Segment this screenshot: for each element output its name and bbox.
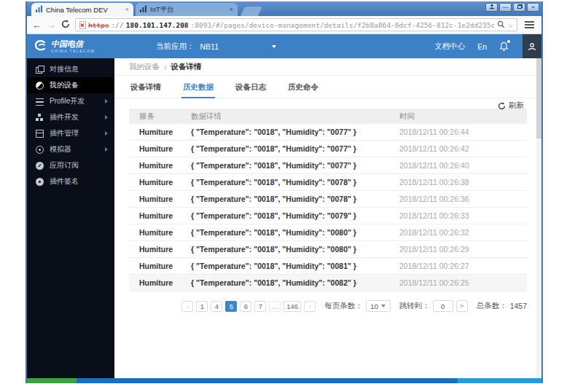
tab-history-data[interactable]: 历史数据 — [181, 77, 215, 98]
browser-tab-china-telecom-dev[interactable]: China Telecom DEV × — [31, 3, 133, 16]
forward-button[interactable]: → — [47, 20, 56, 30]
new-tab-button[interactable] — [240, 7, 262, 16]
url-bar-icons: ☆ — [497, 20, 513, 30]
page-prev-button[interactable]: ‹ — [181, 301, 193, 312]
close-button[interactable]: × — [527, 3, 539, 12]
minimize-button[interactable]: — — [499, 3, 512, 12]
sidebar-item-label: 插件管理 — [50, 128, 79, 138]
table-row: Humiture{ "Temperature": "0018", "Humidi… — [129, 241, 527, 258]
per-page-select[interactable]: 10 — [366, 300, 391, 312]
user-icon — [528, 42, 536, 51]
sidebar-item[interactable]: ✓应用订阅 — [27, 157, 114, 173]
bottom-strip — [27, 378, 541, 383]
row-service: Humiture — [129, 228, 191, 237]
sidebar-item[interactable]: 模拟器 — [27, 141, 114, 157]
refresh-button[interactable]: 刷新 — [498, 101, 524, 111]
row-time: 2018/12/11 00:26:33 — [399, 211, 527, 220]
row-time: 2018/12/11 00:26:25 — [399, 278, 527, 287]
row-detail: { "Temperature": "0018", "Humidity": "00… — [191, 128, 399, 136]
column-service: 服务 — [129, 111, 191, 122]
url-separator: :// — [111, 21, 124, 29]
sidebar: 对接信息我的设备Profile开发插件开发插件管理模拟器✓应用订阅插件签名 — [27, 58, 114, 378]
page-button[interactable]: 6 — [240, 301, 251, 312]
docking-icon — [36, 66, 44, 74]
bar-chart-favicon-icon — [36, 5, 43, 14]
browser-menu-icon[interactable] — [525, 24, 534, 26]
profile-button[interactable] — [485, 3, 498, 12]
restore-button[interactable] — [513, 3, 525, 12]
tab-title: IoT平台 — [150, 5, 174, 15]
per-page-value: 10 — [370, 302, 378, 310]
chevron-right-icon — [105, 99, 108, 103]
sidebar-item[interactable]: 插件签名 — [27, 173, 114, 189]
page-button[interactable]: 1 — [196, 301, 208, 312]
jump-to-input[interactable] — [433, 300, 453, 312]
row-service: Humiture — [129, 128, 191, 136]
breadcrumb-parent[interactable]: 我的设备 — [129, 62, 160, 72]
chevron-down-icon — [381, 305, 386, 307]
user-menu-button[interactable] — [523, 34, 541, 58]
sidebar-item[interactable]: 对接信息 — [27, 61, 114, 77]
tab-device-logs[interactable]: 设备日志 — [234, 77, 267, 98]
scrollbar[interactable] — [536, 58, 541, 378]
chevron-down-icon — [272, 45, 276, 48]
docs-center-link[interactable]: 文档中心 — [434, 42, 465, 52]
sidebar-item-label: 插件开发 — [50, 112, 79, 122]
row-time: 2018/12/11 00:26:38 — [399, 178, 527, 187]
subscribe-icon: ✓ — [36, 162, 44, 170]
page-next-button[interactable]: › — [304, 301, 316, 312]
row-service: Humiture — [129, 178, 191, 187]
sidebar-item-label: 模拟器 — [50, 144, 71, 154]
tab-close-icon[interactable]: × — [230, 6, 233, 13]
table-row: Humiture{ "Temperature": "0018", "Humidi… — [129, 174, 527, 191]
row-service: Humiture — [129, 262, 191, 270]
browser-tab-iot-platform[interactable]: IoT平台 × — [136, 3, 238, 16]
page-ellipsis: ... — [269, 301, 281, 312]
china-telecom-logo: 中国电信 CHINA TELECOM — [34, 39, 125, 52]
current-app-label: 当前应用： — [156, 42, 195, 52]
sidebar-item[interactable]: 我的设备 — [27, 77, 114, 93]
total-count-value: 1457 — [510, 302, 527, 310]
back-button[interactable]: ← — [32, 20, 42, 30]
row-detail: { "Temperature": "0018", "Humidity": "00… — [191, 228, 399, 237]
jump-go-button[interactable]: > — [456, 300, 468, 312]
row-service: Humiture — [129, 211, 191, 220]
sidebar-item[interactable]: Profile开发 — [27, 93, 114, 109]
tab-title: China Telecom DEV — [46, 6, 108, 14]
tab-history-commands[interactable]: 历史命令 — [286, 77, 320, 98]
tab-device-details[interactable]: 设备详情 — [129, 77, 163, 98]
language-toggle[interactable]: En — [477, 42, 487, 51]
current-app-selector[interactable]: 当前应用： NB11 — [156, 42, 276, 52]
page-button[interactable]: 4 — [211, 301, 222, 312]
detail-tabs: 设备详情 历史数据 设备日志 历史命令 — [114, 77, 541, 98]
pagination: ‹ 14567...146 › 每页条数： 10 跳转到： > 总条数： 145… — [114, 300, 527, 312]
sidebar-item[interactable]: 插件管理 — [27, 125, 114, 141]
table-row: Humiture{ "Temperature": "0018", "Humidi… — [129, 141, 527, 157]
notifications-button[interactable] — [499, 42, 509, 52]
navbar-right: 文档中心 En — [434, 34, 541, 58]
tab-close-icon[interactable]: × — [125, 6, 129, 13]
row-time: 2018/12/11 00:26:40 — [399, 161, 527, 170]
search-icon[interactable] — [497, 20, 505, 30]
bookmark-star-icon[interactable]: ☆ — [508, 20, 513, 29]
page-button[interactable]: 7 — [254, 301, 266, 312]
row-service: Humiture — [129, 195, 191, 203]
sidebar-item-label: 我的设备 — [50, 80, 79, 90]
reload-button[interactable] — [61, 18, 70, 31]
scrollbar-thumb[interactable] — [536, 58, 541, 138]
plugin-dev-icon — [36, 114, 44, 122]
url-bar[interactable]: https :// 180.101.147.208 :8093/#/pages/… — [75, 18, 517, 31]
page-button[interactable]: 5 — [225, 301, 237, 312]
row-service: Humiture — [129, 161, 191, 170]
bottom-strip-light — [458, 378, 541, 383]
browser-titlebar: China Telecom DEV × IoT平台 × — × — [27, 1, 541, 16]
row-time: 2018/12/11 00:26:27 — [399, 262, 527, 270]
row-service: Humiture — [129, 144, 191, 153]
insecure-page-icon[interactable] — [79, 21, 86, 29]
china-telecom-swirl-icon — [34, 40, 47, 52]
page-button[interactable]: 146 — [283, 301, 301, 312]
list-icon — [36, 98, 44, 106]
row-detail: { "Temperature": "0018", "Humidity": "00… — [191, 262, 399, 270]
sidebar-item[interactable]: 插件开发 — [27, 109, 114, 125]
restore-icon — [517, 5, 522, 9]
